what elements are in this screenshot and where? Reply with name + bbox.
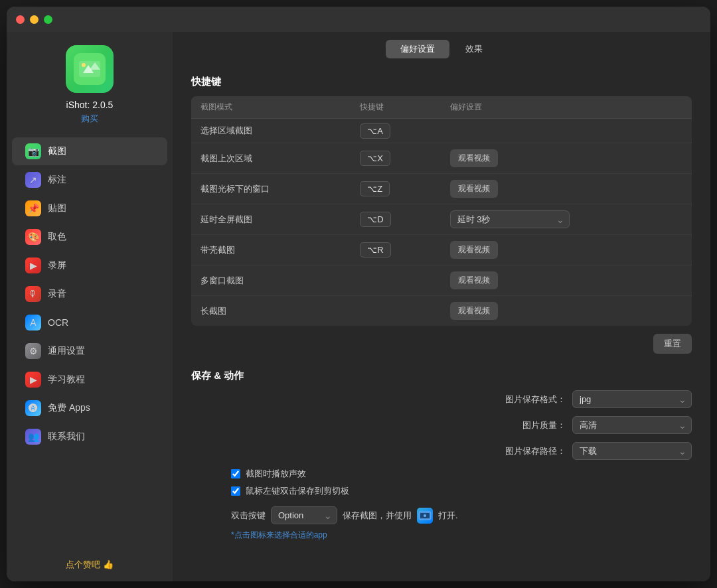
mode-label: 截图上次区域 bbox=[191, 143, 351, 174]
shortcut-input[interactable]: ⌥X bbox=[360, 151, 390, 166]
table-row: 截图光标下的窗口 ⌥Z 观看视频 bbox=[191, 174, 692, 204]
col-shortcut: 快捷键 bbox=[351, 96, 440, 119]
double-click-text2: 打开. bbox=[438, 510, 458, 522]
watch-video-button[interactable]: 观看视频 bbox=[450, 149, 498, 167]
sidebar-item-ocr[interactable]: A OCR bbox=[12, 309, 167, 336]
watch-video-button[interactable]: 观看视频 bbox=[450, 302, 498, 320]
quality-select-wrapper: 高清 标准 低质量 bbox=[572, 416, 692, 434]
sidebar-item-freeapps[interactable]: 🅐 免费 Apps bbox=[12, 394, 167, 422]
sidebar-item-audio[interactable]: 🎙 录音 bbox=[12, 280, 167, 308]
sidebar-item-sticker[interactable]: 📌 贴图 bbox=[12, 194, 167, 222]
shortcut-input[interactable]: ⌥R bbox=[360, 242, 390, 257]
sidebar-item-label-markup: 标注 bbox=[48, 174, 66, 186]
save-section-title: 保存 & 动作 bbox=[191, 370, 692, 382]
tab-preferences[interactable]: 偏好设置 bbox=[386, 40, 449, 58]
col-mode: 截图模式 bbox=[191, 96, 351, 119]
shortcut-input[interactable]: ⌥D bbox=[360, 212, 390, 227]
sidebar-item-contact[interactable]: 👥 联系我们 bbox=[12, 423, 167, 451]
double-click-label: 双击按键 bbox=[231, 510, 266, 522]
app-selector-icon[interactable] bbox=[417, 508, 433, 524]
freeapps-icon: 🅐 bbox=[25, 400, 41, 416]
main-content: 快捷键 截图模式 快捷键 偏好设置 选择区域截图 ⌥A bbox=[173, 65, 710, 581]
reset-button[interactable]: 重置 bbox=[653, 334, 692, 354]
sidebar-item-settings[interactable]: ⚙ 通用设置 bbox=[12, 337, 167, 365]
shortcut-cell: ⌥A bbox=[351, 119, 440, 143]
sound-checkbox[interactable] bbox=[231, 469, 240, 478]
shortcut-table: 截图模式 快捷键 偏好设置 选择区域截图 ⌥A bbox=[191, 96, 692, 326]
shortcuts-section-title: 快捷键 bbox=[191, 76, 692, 88]
content-area: iShot: 2.0.5 购买 📷 截图 ↗ 标注 📌 贴图 🎨 取色 bbox=[7, 32, 710, 581]
table-row: 延时全屏截图 ⌥D 延时 3秒 延时 5秒 延时 10秒 bbox=[191, 204, 692, 235]
minimize-button[interactable] bbox=[30, 15, 39, 24]
shortcut-cell: ⌥Z bbox=[351, 174, 440, 204]
table-row: 长截图 观看视频 bbox=[191, 296, 692, 327]
shortcut-input[interactable]: ⌥A bbox=[360, 123, 390, 139]
clipboard-checkbox[interactable] bbox=[231, 486, 240, 496]
close-button[interactable] bbox=[16, 15, 25, 24]
sidebar: iShot: 2.0.5 购买 📷 截图 ↗ 标注 📌 贴图 🎨 取色 bbox=[7, 32, 173, 581]
mode-label: 延时全屏截图 bbox=[191, 204, 351, 235]
tab-effects[interactable]: 效果 bbox=[451, 40, 497, 58]
checkbox-sound-row: 截图时播放声效 bbox=[191, 468, 692, 480]
shortcut-cell bbox=[351, 296, 440, 327]
svg-point-7 bbox=[424, 514, 426, 517]
pref-cell: 观看视频 bbox=[441, 296, 692, 327]
sidebar-item-screenshot[interactable]: 📷 截图 bbox=[12, 137, 167, 165]
maximize-button[interactable] bbox=[44, 15, 52, 24]
path-select-wrapper: 下载 桌面 自定义 bbox=[572, 442, 692, 460]
clipboard-checkbox-label: 鼠标左键双击保存到剪切板 bbox=[246, 485, 349, 497]
delay-select[interactable]: 延时 3秒 延时 5秒 延时 10秒 bbox=[450, 210, 570, 228]
mode-label: 长截图 bbox=[191, 296, 351, 327]
watch-video-button[interactable]: 观看视频 bbox=[450, 241, 498, 259]
nav-list: 📷 截图 ↗ 标注 📌 贴图 🎨 取色 ▶ 录屏 bbox=[7, 137, 173, 451]
table-row: 选择区域截图 ⌥A bbox=[191, 119, 692, 143]
quality-select[interactable]: 高清 标准 低质量 bbox=[572, 416, 692, 434]
format-select[interactable]: jpg png tiff pdf bbox=[572, 390, 692, 408]
buy-link[interactable]: 购买 bbox=[81, 113, 98, 125]
format-label: 图片保存格式： bbox=[499, 394, 566, 405]
screenshot-icon: 📷 bbox=[25, 143, 41, 159]
double-click-row: 双击按键 Option Command Control 保存截图，并使用 bbox=[191, 506, 692, 524]
quality-label: 图片质量： bbox=[499, 419, 566, 431]
path-select[interactable]: 下载 桌面 自定义 bbox=[572, 442, 692, 460]
sidebar-item-markup[interactable]: ↗ 标注 bbox=[12, 166, 167, 194]
sidebar-item-label-freeapps: 免费 Apps bbox=[48, 402, 90, 414]
watch-video-button[interactable]: 观看视频 bbox=[450, 271, 498, 289]
watch-video-button[interactable]: 观看视频 bbox=[450, 180, 498, 198]
double-click-key-select[interactable]: Option Command Control bbox=[271, 506, 337, 524]
sidebar-item-label-screenshot: 截图 bbox=[48, 145, 66, 157]
audio-icon: 🎙 bbox=[25, 286, 41, 302]
record-icon: ▶ bbox=[25, 257, 41, 273]
settings-icon: ⚙ bbox=[25, 343, 41, 359]
sticker-icon: 📌 bbox=[25, 200, 41, 216]
reset-row: 重置 bbox=[191, 334, 692, 354]
table-row: 带壳截图 ⌥R 观看视频 bbox=[191, 235, 692, 265]
shortcut-cell: ⌥R bbox=[351, 235, 440, 265]
sound-checkbox-label: 截图时播放声效 bbox=[246, 468, 306, 480]
app-icon bbox=[66, 45, 114, 93]
shortcut-cell: ⌥X bbox=[351, 143, 440, 174]
sidebar-footer-label: 点个赞吧 👍 bbox=[7, 548, 173, 581]
sidebar-item-tutorial[interactable]: ▶ 学习教程 bbox=[12, 366, 167, 394]
shortcut-input[interactable]: ⌥Z bbox=[360, 181, 390, 196]
markup-icon: ↗ bbox=[25, 172, 41, 188]
quality-row: 图片质量： 高清 标准 低质量 bbox=[191, 416, 692, 434]
app-name-label: iShot: 2.0.5 bbox=[66, 100, 114, 110]
pref-cell: 观看视频 bbox=[441, 143, 692, 174]
shortcut-cell: ⌥D bbox=[351, 204, 440, 235]
contact-icon: 👥 bbox=[25, 429, 41, 445]
sidebar-item-record[interactable]: ▶ 录屏 bbox=[12, 252, 167, 279]
mode-label: 选择区域截图 bbox=[191, 119, 351, 143]
col-prefs: 偏好设置 bbox=[441, 96, 692, 119]
svg-point-4 bbox=[82, 63, 86, 67]
titlebar bbox=[7, 7, 710, 32]
table-row: 多窗口截图 观看视频 bbox=[191, 265, 692, 296]
delay-select-wrapper: 延时 3秒 延时 5秒 延时 10秒 bbox=[450, 210, 570, 228]
sidebar-item-label-sticker: 贴图 bbox=[48, 202, 66, 214]
sidebar-item-color[interactable]: 🎨 取色 bbox=[12, 223, 167, 251]
sidebar-item-label-tutorial: 学习教程 bbox=[48, 374, 85, 386]
sidebar-item-label-color: 取色 bbox=[48, 231, 66, 243]
format-row: 图片保存格式： jpg png tiff pdf bbox=[191, 390, 692, 408]
ocr-icon: A bbox=[25, 315, 41, 331]
pref-cell: 延时 3秒 延时 5秒 延时 10秒 bbox=[441, 204, 692, 235]
